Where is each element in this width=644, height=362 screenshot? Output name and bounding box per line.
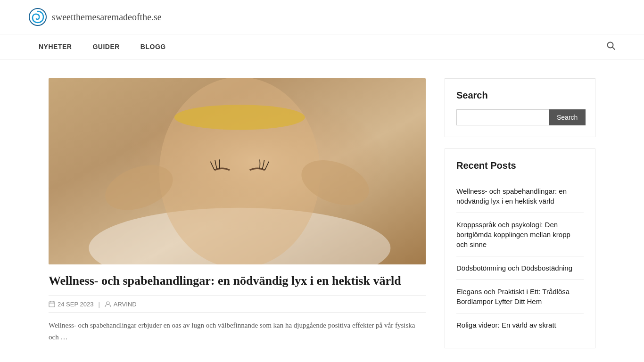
svg-point-14 xyxy=(107,302,109,304)
article-excerpt: Wellness- och spabehandlingar erbjuder e… xyxy=(49,320,426,344)
article-image xyxy=(49,78,426,264)
recent-post-link[interactable]: Roliga videor: En värld av skratt xyxy=(456,321,556,329)
meta-separator: | xyxy=(98,301,99,308)
nav-link-guider[interactable]: GUIDER xyxy=(82,34,130,59)
article-author: ARVIND xyxy=(105,301,137,308)
list-item: Roliga videor: En värld av skratt xyxy=(456,313,584,337)
logo-icon xyxy=(28,8,47,26)
recent-posts-list: Wellness- och spabehandlingar: en nödvän… xyxy=(456,180,584,337)
date-text: 24 SEP 2023 xyxy=(58,301,93,308)
nav-links: NYHETER GUIDER BLOGG xyxy=(28,34,176,59)
calendar-icon xyxy=(49,301,55,307)
nav-search-icon[interactable] xyxy=(606,41,616,53)
nav-link-nyheter[interactable]: NYHETER xyxy=(28,34,82,59)
article-date: 24 SEP 2023 xyxy=(49,301,93,308)
recent-posts-title: Recent Posts xyxy=(456,160,584,171)
main-nav: NYHETER GUIDER BLOGG xyxy=(0,34,644,59)
list-item: Dödsbotömning och Dödsbostädning xyxy=(456,256,584,280)
search-input[interactable] xyxy=(456,109,549,125)
search-button[interactable]: Search xyxy=(549,109,586,125)
article-title-link[interactable]: Wellness- och spabehandlingar: en nödvän… xyxy=(49,274,401,288)
svg-point-9 xyxy=(174,105,305,130)
recent-posts-widget: Recent Posts Wellness- och spabehandling… xyxy=(445,148,595,348)
recent-post-link[interactable]: Dödsbotömning och Dödsbostädning xyxy=(456,264,572,272)
list-item: Elegans och Praktiskt i Ett: Trådlösa Bo… xyxy=(456,280,584,313)
recent-post-link[interactable]: Elegans och Praktiskt i Ett: Trådlösa Bo… xyxy=(456,288,570,305)
svg-line-2 xyxy=(612,47,615,49)
recent-post-link[interactable]: Kroppsspråk och psykologi: Den bortglömd… xyxy=(456,221,570,248)
nav-item-blogg[interactable]: BLOGG xyxy=(130,34,176,59)
nav-item-guider[interactable]: GUIDER xyxy=(82,34,130,59)
site-logo[interactable]: sweetthemesaremadeofthe.se xyxy=(28,8,162,26)
user-icon xyxy=(105,301,111,307)
list-item: Kroppsspråk och psykologi: Den bortglömd… xyxy=(456,213,584,256)
search-widget: Search Search xyxy=(445,78,595,137)
sidebar: Search Search Recent Posts Wellness- och… xyxy=(445,78,595,360)
site-title: sweetthemesaremadeofthe.se xyxy=(52,12,162,23)
recent-post-link[interactable]: Wellness- och spabehandlingar: en nödvän… xyxy=(456,187,567,205)
page-content: Wellness- och spabehandlingar: en nödvän… xyxy=(20,59,624,362)
nav-link-blogg[interactable]: BLOGG xyxy=(130,34,176,59)
list-item: Wellness- och spabehandlingar: en nödvän… xyxy=(456,180,584,213)
search-widget-title: Search xyxy=(456,90,584,101)
svg-rect-10 xyxy=(49,302,55,307)
site-header: sweetthemesaremadeofthe.se xyxy=(0,0,644,34)
search-form: Search xyxy=(456,109,584,125)
article-title: Wellness- och spabehandlingar: en nödvän… xyxy=(49,273,426,289)
nav-item-nyheter[interactable]: NYHETER xyxy=(28,34,82,59)
article-meta: 24 SEP 2023 | ARVIND xyxy=(49,296,426,313)
author-text: ARVIND xyxy=(114,301,137,308)
article: Wellness- och spabehandlingar: en nödvän… xyxy=(49,78,426,344)
main-content: Wellness- och spabehandlingar: en nödvän… xyxy=(49,78,426,360)
